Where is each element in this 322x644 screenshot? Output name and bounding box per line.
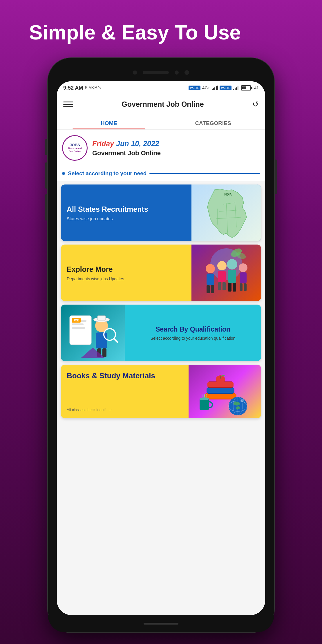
phone-frame: 9:52 AM 6.5KB/s VoLTE 4G+ xyxy=(48,58,274,632)
date-friday: Friday xyxy=(92,140,114,148)
card-books[interactable]: Books & Study Materials All classes chec… xyxy=(61,365,261,418)
hamburger-menu-button[interactable] xyxy=(63,102,73,107)
card-explore-title: Explore More xyxy=(67,265,186,274)
status-time: 9:52 AM xyxy=(63,85,83,91)
app-logo: JOBS GovernmentJob Online xyxy=(62,135,88,161)
svg-rect-23 xyxy=(244,283,247,291)
app-header: Government Job Online ↺ xyxy=(57,95,265,114)
status-speed: 6.5KB/s xyxy=(85,85,101,91)
svg-rect-22 xyxy=(240,283,243,291)
date-section: JOBS GovernmentJob Online Friday Jun 10,… xyxy=(57,130,265,166)
status-right: VoLTE 4G+ VoLTE xyxy=(189,85,259,91)
card-states-title: All States Recruitments xyxy=(67,205,186,214)
card-states-subtitle: States wise job updates xyxy=(67,216,186,221)
svg-rect-9 xyxy=(207,274,214,285)
screen-content[interactable]: JOBS GovernmentJob Online Friday Jun 10,… xyxy=(57,130,265,615)
svg-rect-28 xyxy=(72,323,84,325)
svg-rect-44 xyxy=(207,388,234,393)
card-explore[interactable]: Explore More Departments wise jobs Updat… xyxy=(61,245,261,301)
svg-rect-49 xyxy=(200,399,209,410)
card-qualification-title: Search By Qualification xyxy=(129,325,256,334)
page-headline: Simple & Easy To Use xyxy=(29,20,293,45)
svg-rect-42 xyxy=(205,394,236,399)
phone-screen: 9:52 AM 6.5KB/s VoLTE 4G+ xyxy=(57,81,265,615)
svg-point-55 xyxy=(240,399,244,402)
svg-rect-18 xyxy=(228,283,231,292)
cards-section: All States Recruitments States wise job … xyxy=(57,181,265,422)
card-qualification-subtitle: Select according to your education quali… xyxy=(129,336,256,341)
svg-rect-35 xyxy=(96,332,107,348)
tab-home[interactable]: HOME xyxy=(57,114,161,129)
svg-point-12 xyxy=(217,261,227,270)
svg-text:INDIA: INDIA xyxy=(224,193,231,196)
card-qualification[interactable]: JOB xyxy=(61,305,261,361)
select-section: Select according to your need xyxy=(57,166,265,181)
date-subtitle: Goverment Job Online xyxy=(92,149,161,157)
select-dot xyxy=(62,172,65,175)
svg-rect-19 xyxy=(233,283,236,292)
svg-rect-13 xyxy=(218,271,226,282)
status-bar: 9:52 AM 6.5KB/s VoLTE 4G+ xyxy=(57,81,265,95)
svg-text:JOB: JOB xyxy=(73,319,79,322)
svg-point-20 xyxy=(239,263,247,272)
svg-rect-11 xyxy=(211,285,214,293)
card-explore-subtitle: Departments wise jobs Updates xyxy=(67,276,186,281)
svg-point-16 xyxy=(227,259,237,269)
select-text: Select according to your need xyxy=(68,170,146,177)
svg-rect-17 xyxy=(228,270,236,283)
svg-rect-15 xyxy=(222,282,226,290)
battery-icon xyxy=(241,85,252,91)
battery-label: 41 xyxy=(254,86,259,90)
svg-rect-39 xyxy=(102,348,106,357)
svg-rect-48 xyxy=(220,376,221,379)
svg-point-8 xyxy=(206,264,215,273)
tab-categories[interactable]: CATEGORIES xyxy=(161,114,265,129)
refresh-button[interactable]: ↺ xyxy=(252,100,259,109)
svg-line-37 xyxy=(114,339,117,342)
tab-bar: HOME CATEGORIES xyxy=(57,114,265,130)
card-books-title: Books & Study Materials xyxy=(67,371,183,381)
svg-point-50 xyxy=(200,397,209,400)
svg-rect-34 xyxy=(97,316,106,320)
svg-rect-21 xyxy=(240,272,247,283)
svg-rect-10 xyxy=(207,285,210,293)
card-states[interactable]: All States Recruitments States wise job … xyxy=(61,184,261,241)
date-value: Jun 10, 2022 xyxy=(116,140,159,148)
svg-rect-29 xyxy=(72,327,85,329)
svg-rect-14 xyxy=(218,282,221,290)
date-info: Friday Jun 10, 2022 Goverment Job Online xyxy=(92,139,161,157)
card-books-subtitle: All classes check it out! xyxy=(67,408,106,412)
app-title: Government Job Online xyxy=(122,100,204,108)
